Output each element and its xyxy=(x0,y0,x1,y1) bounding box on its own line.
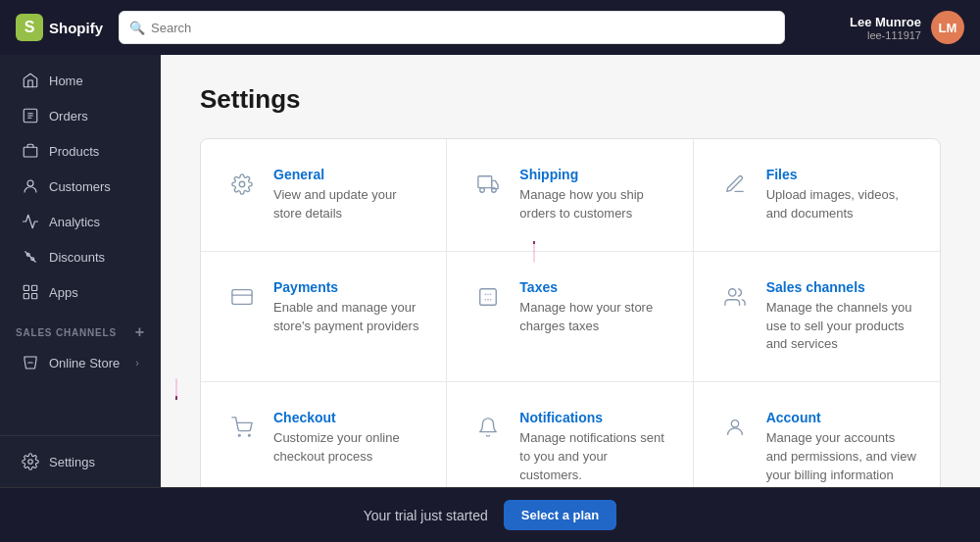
sales-channels-header: SALES CHANNELS + xyxy=(0,310,161,345)
sidebar-label-online-store: Online Store xyxy=(49,356,120,370)
settings-card: General View and update your store detai… xyxy=(200,138,941,487)
settings-item-general[interactable]: General View and update your store detai… xyxy=(201,139,447,252)
settings-item-shipping-desc: Manage how you ship orders to customers xyxy=(519,186,668,223)
svg-point-9 xyxy=(239,181,245,187)
sidebar-item-orders[interactable]: Orders xyxy=(6,99,155,132)
svg-rect-7 xyxy=(32,294,37,299)
trial-text: Your trial just started xyxy=(364,508,488,523)
settings-item-payments-title: Payments xyxy=(273,279,422,295)
svg-point-18 xyxy=(731,420,738,427)
sidebar-item-discounts[interactable]: Discounts xyxy=(6,240,155,273)
settings-item-taxes-title: Taxes xyxy=(519,279,668,295)
notifications-icon xyxy=(470,410,506,445)
svg-rect-4 xyxy=(24,285,28,290)
settings-item-notifications-text: Notifications Manage notifications sent … xyxy=(519,410,668,485)
settings-item-payments-desc: Enable and manage your store's payment p… xyxy=(273,299,422,336)
user-id: lee-111917 xyxy=(850,29,921,41)
svg-rect-6 xyxy=(24,294,28,299)
apps-icon xyxy=(22,283,39,301)
orders-icon xyxy=(22,107,39,124)
settings-item-checkout-desc: Customize your online checkout process xyxy=(273,429,422,467)
settings-item-general-title: General xyxy=(273,167,422,182)
shipping-icon xyxy=(470,167,506,202)
sidebar-item-apps[interactable]: Apps xyxy=(6,275,155,309)
settings-item-payments-text: Payments Enable and manage your store's … xyxy=(273,279,422,336)
settings-item-notifications-title: Notifications xyxy=(519,410,668,425)
shopify-logo: S Shopify xyxy=(16,14,103,41)
sales-channels-settings-icon xyxy=(717,279,753,315)
settings-item-checkout[interactable]: Checkout Customize your online checkout … xyxy=(201,382,447,487)
settings-item-shipping-text: Shipping Manage how you ship orders to c… xyxy=(519,167,668,223)
settings-item-sales-channels[interactable]: Sales channels Manage the channels you u… xyxy=(694,252,940,383)
sidebar-label-customers: Customers xyxy=(49,179,111,194)
settings-item-sales-channels-text: Sales channels Manage the channels you u… xyxy=(766,279,916,355)
sidebar-item-products[interactable]: Products xyxy=(6,134,155,168)
settings-item-account-text: Account Manage your accounts and permiss… xyxy=(766,410,916,485)
select-plan-button[interactable]: Select a plan xyxy=(504,500,616,530)
customers-icon xyxy=(22,177,39,195)
sidebar-item-settings[interactable]: Settings xyxy=(6,445,155,478)
svg-rect-10 xyxy=(478,176,492,188)
svg-rect-5 xyxy=(32,285,37,290)
store-icon xyxy=(22,354,39,371)
settings-item-taxes[interactable]: Taxes Manage how your store charges taxe… xyxy=(447,252,693,383)
settings-item-taxes-text: Taxes Manage how your store charges taxe… xyxy=(519,279,668,336)
add-sales-channel-button[interactable]: + xyxy=(135,323,145,341)
search-icon: 🔍 xyxy=(129,21,145,35)
files-icon xyxy=(717,167,753,202)
settings-item-files-text: Files Upload images, videos, and documen… xyxy=(766,167,916,223)
svg-point-11 xyxy=(480,188,485,193)
sidebar-item-analytics[interactable]: Analytics xyxy=(6,205,155,238)
svg-point-1 xyxy=(27,180,33,186)
settings-item-files[interactable]: Files Upload images, videos, and documen… xyxy=(694,139,940,252)
settings-item-payments[interactable]: Payments Enable and manage your store's … xyxy=(201,252,447,383)
discounts-icon xyxy=(22,248,39,266)
settings-item-account-desc: Manage your accounts and permissions, an… xyxy=(766,429,916,485)
sidebar-item-customers[interactable]: Customers xyxy=(6,170,155,203)
user-name: Lee Munroe xyxy=(850,15,921,29)
svg-point-17 xyxy=(248,435,250,437)
settings-item-general-desc: View and update your store details xyxy=(273,186,422,223)
settings-item-shipping[interactable]: Shipping Manage how you ship orders to c… xyxy=(447,139,693,252)
sidebar-label-settings: Settings xyxy=(49,455,95,469)
sidebar-label-analytics: Analytics xyxy=(49,215,100,229)
arrow-down-annotation xyxy=(166,378,187,400)
search-bar[interactable]: 🔍 xyxy=(119,11,785,44)
checkout-icon xyxy=(224,410,260,445)
svg-point-8 xyxy=(28,460,33,465)
main-layout: Home Orders Products Customers Analytics xyxy=(0,55,980,487)
settings-item-sales-channels-title: Sales channels xyxy=(766,279,916,295)
avatar[interactable]: LM xyxy=(931,11,964,44)
general-icon xyxy=(224,167,260,202)
settings-item-general-text: General View and update your store detai… xyxy=(273,167,422,223)
avatar-initials: LM xyxy=(939,21,957,35)
sales-channels-label: SALES CHANNELS xyxy=(16,327,117,338)
page-title: Settings xyxy=(200,84,941,115)
shopify-logo-text: Shopify xyxy=(49,20,103,36)
sidebar-label-products: Products xyxy=(49,144,99,159)
sidebar: Home Orders Products Customers Analytics xyxy=(0,55,161,487)
svg-point-15 xyxy=(728,288,735,295)
topbar: S Shopify 🔍 Lee Munroe lee-111917 LM xyxy=(0,0,980,55)
home-icon xyxy=(22,72,39,89)
account-icon xyxy=(717,410,753,445)
settings-item-account[interactable]: Account Manage your accounts and permiss… xyxy=(694,382,940,487)
sidebar-label-apps: Apps xyxy=(49,285,78,300)
settings-item-notifications[interactable]: Notifications Manage notifications sent … xyxy=(447,382,693,487)
shopify-logo-icon: S xyxy=(16,14,43,41)
sidebar-item-home[interactable]: Home xyxy=(6,64,155,97)
settings-item-shipping-title: Shipping xyxy=(519,167,668,182)
settings-item-files-desc: Upload images, videos, and documents xyxy=(766,186,916,223)
svg-rect-13 xyxy=(232,289,252,304)
settings-item-notifications-desc: Manage notifications sent to you and you… xyxy=(519,429,668,485)
settings-item-files-title: Files xyxy=(766,167,916,182)
content-area: Settings General View and update your st… xyxy=(161,55,980,487)
sidebar-item-online-store[interactable]: Online Store › xyxy=(6,346,155,379)
analytics-icon xyxy=(22,213,39,230)
products-icon xyxy=(22,142,39,160)
settings-item-checkout-text: Checkout Customize your online checkout … xyxy=(273,410,422,467)
search-input[interactable] xyxy=(151,21,774,35)
settings-grid: General View and update your store detai… xyxy=(201,139,940,487)
chevron-right-icon: › xyxy=(135,357,139,369)
sidebar-label-discounts: Discounts xyxy=(49,250,105,265)
